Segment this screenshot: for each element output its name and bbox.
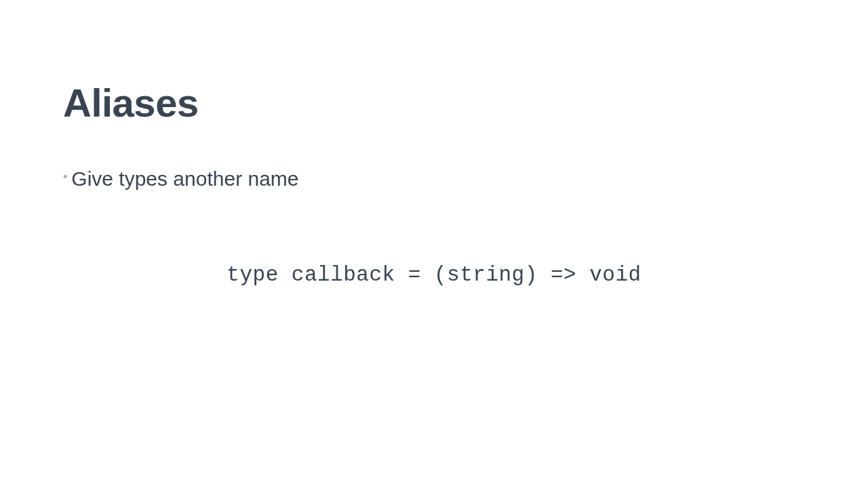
bullet-item: • Give types another name — [63, 165, 299, 192]
bullet-marker-icon: • — [63, 167, 67, 187]
bullet-text: Give types another name — [71, 165, 298, 192]
code-block: type callback = (string) => void — [0, 263, 868, 287]
slide-container: Aliases • Give types another name type c… — [0, 0, 868, 488]
code-text: type callback = (string) => void — [226, 263, 641, 287]
slide-title: Aliases — [63, 80, 199, 125]
